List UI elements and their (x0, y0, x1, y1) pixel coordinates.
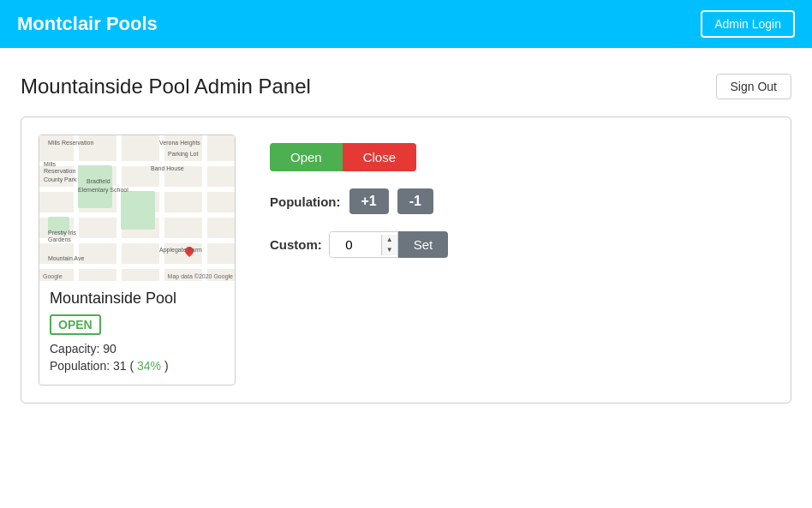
population-controls: Population: +1 -1 (270, 188, 448, 214)
set-button[interactable]: Set (398, 231, 449, 258)
pool-info: Mountainside Pool OPEN Capacity: 90 Popu… (39, 281, 235, 385)
admin-controls: Open Close Population: +1 -1 Custom: ▲ ▼ (270, 134, 448, 258)
map-label-3: Parking Lot (168, 151, 198, 157)
map-label-6: Elementary School (78, 187, 128, 193)
increment-button[interactable]: +1 (349, 188, 389, 214)
pool-map: Mills Reservation Verona Heights Parking… (39, 135, 236, 281)
panel-card: Mills Reservation Verona Heights Parking… (21, 117, 791, 403)
spinner-buttons: ▲ ▼ (381, 235, 397, 255)
map-label-10: Presby Iris (48, 230, 76, 236)
map-label-4: Band House (151, 165, 184, 171)
map-label-12: Mountain Ave (48, 255, 84, 261)
close-button[interactable]: Close (343, 143, 416, 171)
app-header: Montclair Pools Admin Login (0, 0, 812, 48)
map-google-credit: Google (43, 273, 63, 279)
custom-controls: Custom: ▲ ▼ Set (270, 231, 448, 258)
spinner-down-button[interactable]: ▼ (382, 245, 397, 255)
pool-name: Mountainside Pool (50, 290, 224, 308)
map-data-credit: Map data ©2020 Google (168, 273, 233, 279)
map-label-2: Verona Heights (159, 140, 200, 146)
capacity-value: 90 (103, 342, 116, 356)
map-label-7: Mills (44, 161, 56, 167)
map-label-9: County Park (44, 176, 77, 182)
page-title: Mountainside Pool Admin Panel (21, 75, 311, 99)
main-content: Mountainside Pool Admin Panel Sign Out (0, 48, 812, 429)
decrement-button[interactable]: -1 (397, 188, 433, 214)
status-toggle: Open Close (270, 143, 416, 171)
population-percent: 34% (137, 359, 161, 373)
pool-population: Population: 31 ( 34% ) (50, 359, 224, 373)
spinner-up-button[interactable]: ▲ (382, 235, 397, 245)
population-label: Population: (50, 359, 110, 373)
map-label-8: Reservation (44, 168, 75, 174)
population-value: 31 (113, 359, 127, 373)
pool-capacity: Capacity: 90 (50, 342, 224, 356)
pool-status-badge: OPEN (50, 314, 101, 335)
map-label-11: Gardens (48, 236, 71, 242)
map-label-5: Bradfield (87, 178, 110, 184)
sign-out-button[interactable]: Sign Out (716, 74, 791, 99)
open-button[interactable]: Open (270, 143, 343, 171)
custom-input[interactable] (330, 232, 381, 257)
capacity-label: Capacity: (50, 342, 99, 356)
pool-card: Mills Reservation Verona Heights Parking… (39, 134, 236, 385)
custom-label: Custom: (270, 237, 322, 252)
app-title: Montclair Pools (17, 13, 158, 35)
admin-login-button[interactable]: Admin Login (701, 10, 795, 38)
page-header: Mountainside Pool Admin Panel Sign Out (21, 74, 791, 99)
map-label-13: Applegate Farm (159, 247, 202, 253)
map-label-1: Mills Reservation (48, 140, 93, 146)
population-control-label: Population: (270, 194, 341, 209)
custom-input-wrapper: ▲ ▼ (329, 231, 398, 258)
